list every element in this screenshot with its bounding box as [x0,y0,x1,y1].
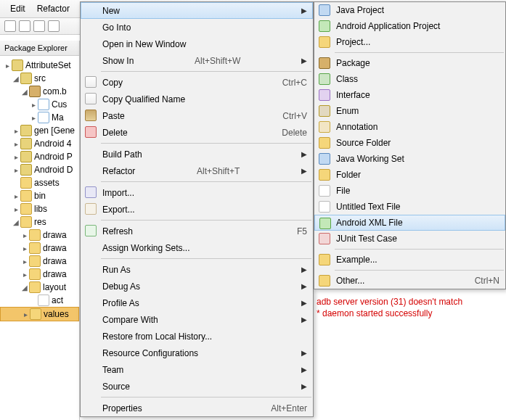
toolbar-button-1[interactable] [4,20,16,32]
context-item[interactable]: Restore from Local History... [81,328,313,345]
context-item[interactable]: Team▶ [81,361,313,378]
tree-item[interactable]: ▸drawa [0,268,79,281]
tree-item[interactable]: ◢com.b [0,85,79,98]
context-item[interactable]: Open in New Window [81,36,313,52]
menu-label: Package [336,58,370,68]
context-item[interactable]: Compare With▶ [81,311,313,328]
tree-item[interactable]: ▸AttributeSet [0,59,79,72]
project-tree[interactable]: ▸AttributeSet◢src◢com.b▸Cus▸Ma▸gen [Gene… [0,56,79,324]
new-submenu-item[interactable]: JUnit Test Case [314,231,505,247]
tree-item[interactable]: assets [0,176,79,189]
new-submenu-item[interactable]: Untitled Text File [314,199,505,215]
context-item[interactable]: Debug As▶ [81,278,313,295]
context-item[interactable]: Build Path▶ [81,146,313,162]
new-submenu-item[interactable]: Package [314,55,505,71]
new-submenu-item[interactable]: File [314,183,505,199]
toolbar-button-3[interactable] [33,20,45,32]
tree-item[interactable]: ▸drawa [0,255,79,268]
tree-item[interactable]: ▸Android P [0,150,79,163]
tree-label: drawa [43,256,67,266]
context-item[interactable]: Run As▶ [81,261,313,278]
tree-item[interactable]: ▸values [0,307,79,321]
tree-item[interactable]: act [0,294,79,307]
context-item[interactable]: DeleteDelete [81,124,313,141]
context-item[interactable]: Export... [81,201,313,218]
twisty-icon[interactable]: ▸ [21,310,30,318]
context-item[interactable]: Profile As▶ [81,295,313,311]
twisty-icon[interactable]: ▸ [12,205,20,213]
twisty-icon[interactable]: ▸ [12,153,20,161]
tree-item[interactable]: ▸libs [0,202,79,215]
tree-icon [20,190,32,202]
tree-label: assets [34,178,60,188]
context-item[interactable]: PropertiesAlt+Enter [81,400,313,416]
twisty-icon[interactable]: ▸ [12,166,20,174]
new-submenu-item[interactable]: Java Project [314,2,505,18]
twisty-icon[interactable]: ▸ [12,140,20,148]
new-submenu-item[interactable]: Project... [314,34,505,50]
twisty-icon[interactable]: ▸ [3,62,12,70]
context-item[interactable]: Copy Qualified Name [81,91,313,107]
tree-label: Android 4 [34,139,71,149]
new-submenu-item[interactable]: Other...Ctrl+N [314,273,505,289]
accelerator: Ctrl+V [282,111,307,121]
context-item[interactable]: Resource Configurations▶ [81,345,313,361]
context-item[interactable]: RefactorAlt+Shift+T▶ [81,162,313,179]
tree-item[interactable]: ◢layout [0,281,79,294]
twisty-icon[interactable]: ▸ [12,127,20,135]
context-item[interactable]: Go Into [81,19,313,36]
twisty-icon[interactable]: ◢ [12,218,20,226]
twisty-icon[interactable]: ▸ [12,192,20,200]
tree-item[interactable]: ▸gen [Gene [0,124,79,137]
tree-item[interactable]: ▸bin [0,189,79,202]
i-pkg-icon [319,57,330,69]
new-submenu-item[interactable]: Annotation [314,119,505,135]
context-item[interactable]: PasteCtrl+V [81,107,313,124]
new-submenu-item[interactable]: Android Application Project [314,18,505,34]
i-folder-icon [319,275,330,287]
menu-edit[interactable]: Edit [4,1,31,16]
new-submenu-item[interactable]: Example... [314,252,505,268]
tree-icon [12,59,23,71]
context-item[interactable]: Show InAlt+Shift+W▶ [81,52,313,69]
separator [335,249,504,250]
twisty-icon[interactable]: ▸ [20,244,29,252]
tree-item[interactable]: ◢res [0,215,79,228]
menu-label: File [336,186,350,196]
new-submenu-item[interactable]: Source Folder [314,135,505,151]
context-item[interactable]: RefreshF5 [81,223,313,239]
new-submenu-item[interactable]: Folder [314,167,505,183]
tree-item[interactable]: ▸Ma [0,111,79,124]
tree-label: drawa [43,269,67,279]
tree-item[interactable]: ▸Android 4 [0,137,79,150]
new-submenu-item[interactable]: Android XML File [314,215,505,231]
toolbar-button-4[interactable] [48,20,60,32]
new-submenu-item[interactable]: Interface [314,87,505,103]
twisty-icon[interactable]: ▸ [29,101,38,109]
toolbar-button-2[interactable] [19,20,30,32]
menu-label: Annotation [336,122,378,132]
new-submenu-item[interactable]: Enum [314,103,505,119]
twisty-icon[interactable]: ◢ [12,75,20,83]
context-item[interactable]: CopyCtrl+C [81,74,313,91]
twisty-icon[interactable]: ◢ [20,88,29,96]
tree-item[interactable]: ◢src [0,72,79,85]
context-item[interactable]: New▶ [81,2,313,19]
tree-item[interactable]: ▸drawa [0,242,79,255]
context-item[interactable]: Import... [81,184,313,201]
twisty-icon[interactable]: ▸ [20,258,29,265]
twisty-icon[interactable]: ▸ [29,114,38,122]
twisty-icon[interactable]: ◢ [20,284,29,292]
context-item[interactable]: Source▶ [81,378,313,395]
twisty-icon[interactable]: ▸ [20,231,29,239]
menu-label: JUnit Test Case [336,234,397,244]
tree-item[interactable]: ▸drawa [0,228,79,242]
tree-item[interactable]: ▸Android D [0,163,79,176]
new-submenu-item[interactable]: Java Working Set [314,151,505,167]
twisty-icon[interactable]: ▸ [20,271,29,279]
menu-refactor[interactable]: Refactor [31,1,76,16]
context-item[interactable]: Assign Working Sets... [81,239,313,256]
tree-item[interactable]: ▸Cus [0,98,79,111]
separator [335,52,504,53]
new-submenu-item[interactable]: Class [314,71,505,87]
